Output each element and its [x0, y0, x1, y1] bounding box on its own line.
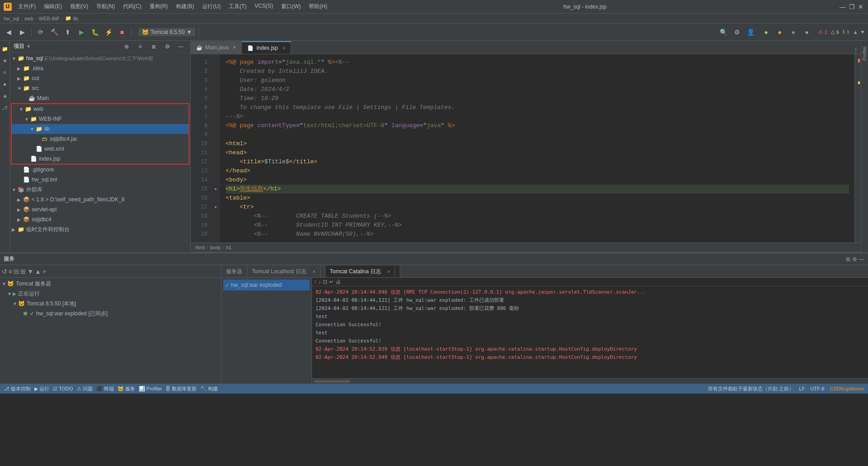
status-encoding[interactable]: UTF-8	[810, 386, 824, 391]
toolbar-run[interactable]: ▶	[75, 26, 87, 38]
menu-item-U[interactable]: 运行(U)	[198, 2, 224, 11]
chrome-icon[interactable]: ●	[760, 26, 772, 38]
activity-structure[interactable]: ≡	[0, 68, 9, 77]
bottom-expand-icon[interactable]: ⊞	[846, 256, 850, 262]
menu-item-C[interactable]: 代码(C)	[119, 2, 145, 11]
minimize-button[interactable]: —	[839, 3, 846, 10]
status-db-update[interactable]: 🗄 数据库更新	[165, 385, 197, 392]
svc-expand[interactable]: ≡	[9, 268, 12, 275]
log-filter[interactable]: 🖨	[335, 279, 341, 285]
status-build[interactable]: 🔨 构建	[200, 385, 218, 392]
code-editor[interactable]: 1 2 3 4 5 6 7 8 9 10 11 12 13 14 15 16 1…	[191, 54, 861, 243]
bottom-close-icon[interactable]: —	[859, 256, 864, 262]
tree-item-jdk18[interactable]: ▶ 📦 < 1.8 > D:\self_need_path_files\JDK_…	[10, 195, 190, 204]
svc-hw_sql_war[interactable]: ▶ ✓ hw_sql:war exploded [已同步]	[0, 309, 221, 319]
path-body[interactable]: body	[210, 245, 221, 250]
path-html[interactable]: html	[195, 245, 205, 250]
svc-running[interactable]: ▼ ▶ 正在运行	[0, 289, 221, 299]
menu-item-W[interactable]: 窗口(W)	[278, 2, 304, 11]
right-panel-profiler[interactable]: Profiler	[862, 44, 867, 62]
svc-tomcat-root[interactable]: ▼ 🐱 Tomcat 服务器	[0, 279, 221, 289]
menu-item-F[interactable]: 文件(F)	[14, 2, 39, 11]
tab-main-java[interactable]: ☕ Main.java ×	[191, 41, 242, 54]
toolbar-avatar[interactable]: 👤	[745, 26, 757, 38]
menu-item-V[interactable]: 视图(V)	[66, 2, 92, 11]
log-scroll-down[interactable]: ↓	[318, 279, 321, 285]
tab-index-jsp[interactable]: 📄 index.jsp ×	[242, 41, 291, 54]
svc-tomcat850[interactable]: ▼ 🐱 Tomcat 8.5.50 [本地]	[0, 299, 221, 309]
status-run[interactable]: ▶ 运行	[34, 385, 49, 392]
tab-tomcat-catalina[interactable]: Tomcat Catalina 日志 ×	[326, 266, 400, 277]
toolbar-stop[interactable]: ■	[116, 26, 128, 38]
editor-scrollbar[interactable]	[854, 54, 861, 243]
tree-settings[interactable]: ⚙	[161, 41, 173, 52]
hint-count[interactable]: ℹ 3	[843, 29, 849, 35]
path-h1[interactable]: h1	[226, 245, 231, 250]
expand-all[interactable]: ≣	[148, 41, 160, 52]
svc-refresh[interactable]: ↺	[2, 268, 7, 275]
menu-item-VCSS[interactable]: VCS(S)	[251, 2, 277, 11]
activity-project[interactable]: 📁	[0, 44, 9, 53]
toolbar-nav-forward[interactable]: ▶	[16, 26, 28, 38]
server-list-item[interactable]: ✓ hw_sql:war exploded	[223, 280, 310, 290]
tree-item-lib[interactable]: ▼ 📁 lib	[12, 124, 189, 134]
log-wrap[interactable]: ↵	[329, 279, 334, 285]
toolbar-search[interactable]: 🔍	[718, 26, 730, 38]
tree-item-out[interactable]: ▶ 📁 out	[10, 73, 190, 83]
tree-item-Main[interactable]: ▶ ☕ Main	[10, 93, 190, 103]
activity-favorites[interactable]: ★	[0, 56, 9, 65]
edge-icon[interactable]: ●	[788, 26, 799, 38]
toolbar-settings[interactable]: ⚙	[731, 26, 743, 38]
breadcrumb-root[interactable]: hw_sql	[4, 16, 19, 21]
tree-item-idea[interactable]: ▶ 📁 .idea	[10, 63, 190, 73]
menu-item-H[interactable]: 帮助(H)	[305, 2, 331, 11]
toolbar-coverage[interactable]: ⚡	[103, 26, 114, 38]
log-clear[interactable]: ⊡	[323, 279, 327, 285]
breadcrumb-lib[interactable]: lib	[73, 16, 78, 21]
menu-item-E[interactable]: 编辑(E)	[40, 2, 66, 11]
bottom-settings-icon[interactable]: ⚙	[852, 256, 857, 262]
tab-index-jsp-close[interactable]: ×	[283, 46, 285, 51]
menu-item-R[interactable]: 重构(R)	[146, 2, 172, 11]
svc-collapse[interactable]: ⊟	[14, 268, 19, 275]
maximize-button[interactable]: ❐	[848, 3, 855, 10]
close-button[interactable]: ✕	[857, 3, 864, 10]
menu-item-T[interactable]: 工具(T)	[225, 2, 250, 11]
file-tree-dropdown[interactable]: ▼	[26, 44, 31, 49]
status-profiler[interactable]: 📊 Profiler	[139, 386, 162, 392]
firefox-icon[interactable]: ●	[774, 26, 786, 38]
svc-settings[interactable]: ▲	[35, 268, 41, 275]
tree-item-sqljdbc4-lib[interactable]: ▶ 📦 sqljdbc4	[10, 214, 190, 224]
error-count[interactable]: ⚠ 1	[818, 29, 827, 35]
tree-item-servlet-api[interactable]: ▶ 📦 servlet-api	[10, 204, 190, 214]
menu-item-B[interactable]: 构建(B)	[172, 2, 198, 11]
editor-options-icon[interactable]: ⋮	[853, 47, 859, 54]
toolbar-build[interactable]: 🔨	[48, 26, 60, 38]
tree-item-temp[interactable]: ▶ 📁 临时文件和控制台	[10, 224, 190, 234]
status-line-ending[interactable]: LF	[799, 386, 805, 391]
nav-up-icon[interactable]: ▲	[853, 29, 858, 35]
activity-copilot[interactable]: ●	[0, 80, 9, 89]
toolbar-update[interactable]: ⬆	[62, 26, 74, 38]
breadcrumb-web[interactable]: web	[24, 16, 33, 21]
svc-filter[interactable]: ⊞	[20, 268, 26, 275]
status-todo[interactable]: ☑ TODO	[53, 386, 73, 392]
nav-down-icon[interactable]: ▼	[860, 29, 865, 35]
activity-vcs[interactable]: ⎇	[0, 103, 9, 112]
tab-tomcat-localhost[interactable]: Tomcat Localhost 日志 ×	[247, 266, 326, 277]
status-services[interactable]: 🐱 服务	[118, 385, 135, 392]
log-horizontal-scrollbar[interactable]	[312, 378, 868, 384]
breadcrumb-webinf[interactable]: WEB-INF	[39, 16, 60, 21]
toolbar-debug[interactable]: 🐛	[89, 26, 101, 38]
tree-item-indexjsp[interactable]: ▶ 📄 index.jsp	[12, 154, 189, 164]
toolbar-refresh[interactable]: ⟳	[35, 26, 47, 38]
tab-server[interactable]: 服务器	[222, 266, 247, 277]
tree-item-src[interactable]: ▼ 📁 src	[10, 83, 190, 93]
code-content[interactable]: <%@ page import="java.sql.*" %><%-- Crea…	[220, 54, 854, 243]
status-problems[interactable]: ⚠ 问题	[77, 385, 93, 392]
svc-sort[interactable]: ▼	[27, 268, 33, 275]
warning-count[interactable]: △ 6	[831, 29, 839, 35]
collapse-all[interactable]: ≡	[134, 41, 146, 52]
menu-item-N[interactable]: 导航(N)	[93, 2, 118, 11]
status-terminal[interactable]: ⬛ 终端	[96, 385, 114, 392]
